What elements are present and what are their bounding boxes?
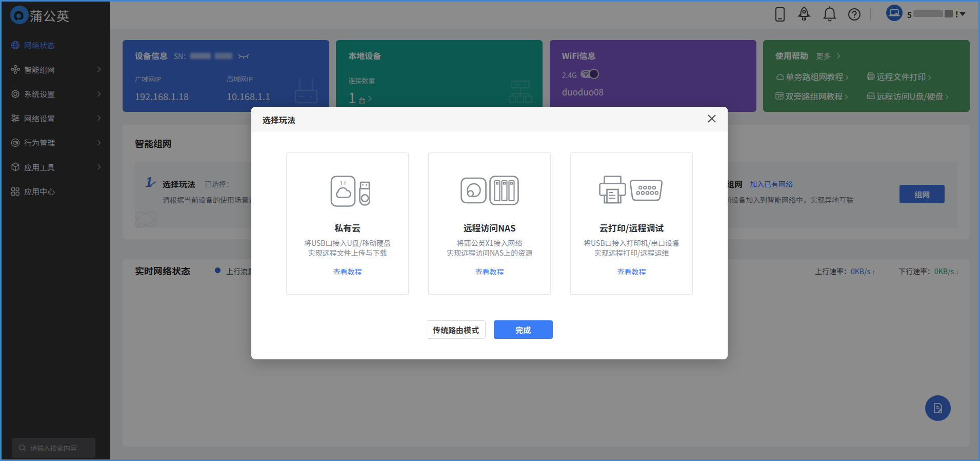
svg-text:1T: 1T xyxy=(339,178,347,187)
